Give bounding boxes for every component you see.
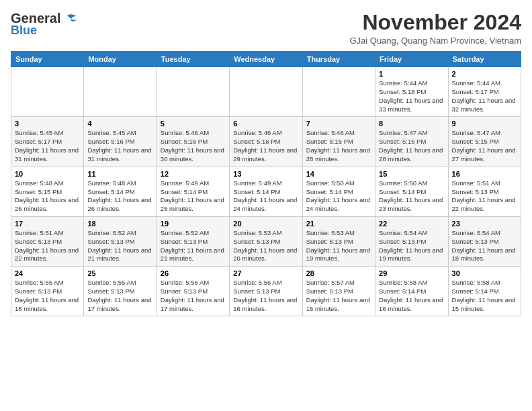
day-info: Sunrise: 5:46 AM Sunset: 5:15 PM Dayligh… <box>306 129 371 163</box>
calendar-cell: 28Sunrise: 5:57 AM Sunset: 5:13 PM Dayli… <box>302 267 375 316</box>
calendar-cell: 8Sunrise: 5:47 AM Sunset: 5:15 PM Daylig… <box>375 117 448 167</box>
calendar-cell: 14Sunrise: 5:50 AM Sunset: 5:14 PM Dayli… <box>302 167 375 216</box>
day-number: 28 <box>306 269 371 277</box>
day-number: 30 <box>452 269 517 277</box>
calendar-cell: 25Sunrise: 5:55 AM Sunset: 5:13 PM Dayli… <box>84 267 157 316</box>
day-number: 8 <box>379 120 444 128</box>
calendar-week-row: 10Sunrise: 5:48 AM Sunset: 5:15 PM Dayli… <box>11 167 521 216</box>
day-info: Sunrise: 5:45 AM Sunset: 5:16 PM Dayligh… <box>87 129 152 163</box>
calendar-cell: 29Sunrise: 5:58 AM Sunset: 5:14 PM Dayli… <box>375 267 448 316</box>
day-number: 15 <box>379 170 444 178</box>
calendar-cell: 4Sunrise: 5:45 AM Sunset: 5:16 PM Daylig… <box>84 117 157 167</box>
day-info: Sunrise: 5:44 AM Sunset: 5:17 PM Dayligh… <box>452 79 517 113</box>
calendar-cell: 22Sunrise: 5:54 AM Sunset: 5:13 PM Dayli… <box>375 216 448 266</box>
weekday-header-tuesday: Tuesday <box>157 52 229 67</box>
weekday-header-monday: Monday <box>84 52 157 67</box>
calendar-cell: 26Sunrise: 5:56 AM Sunset: 5:13 PM Dayli… <box>157 267 229 316</box>
logo-blue: Blue <box>11 24 37 38</box>
calendar-cell <box>157 67 229 117</box>
day-info: Sunrise: 5:56 AM Sunset: 5:13 PM Dayligh… <box>161 279 226 313</box>
day-number: 1 <box>379 70 444 78</box>
weekday-header-saturday: Saturday <box>448 52 521 67</box>
calendar-cell: 30Sunrise: 5:58 AM Sunset: 5:14 PM Dayli… <box>448 267 521 316</box>
day-number: 12 <box>161 170 226 178</box>
calendar-cell: 23Sunrise: 5:54 AM Sunset: 5:13 PM Dayli… <box>448 216 521 266</box>
day-info: Sunrise: 5:58 AM Sunset: 5:14 PM Dayligh… <box>452 279 517 313</box>
day-number: 19 <box>161 220 226 228</box>
day-number: 14 <box>306 170 371 178</box>
day-info: Sunrise: 5:51 AM Sunset: 5:13 PM Dayligh… <box>452 179 517 214</box>
day-info: Sunrise: 5:46 AM Sunset: 5:16 PM Dayligh… <box>233 129 298 163</box>
day-info: Sunrise: 5:49 AM Sunset: 5:14 PM Dayligh… <box>233 179 298 214</box>
calendar-cell <box>84 67 157 117</box>
day-number: 2 <box>452 70 517 78</box>
day-number: 24 <box>15 269 80 277</box>
day-number: 13 <box>233 170 298 178</box>
calendar-cell: 10Sunrise: 5:48 AM Sunset: 5:15 PM Dayli… <box>11 167 84 216</box>
day-number: 22 <box>379 220 444 228</box>
calendar-cell: 19Sunrise: 5:52 AM Sunset: 5:13 PM Dayli… <box>157 216 229 266</box>
day-number: 23 <box>452 220 517 228</box>
day-number: 29 <box>379 269 444 277</box>
calendar-cell: 7Sunrise: 5:46 AM Sunset: 5:15 PM Daylig… <box>302 117 375 167</box>
calendar-week-row: 3Sunrise: 5:45 AM Sunset: 5:17 PM Daylig… <box>11 117 521 167</box>
calendar-cell: 15Sunrise: 5:50 AM Sunset: 5:14 PM Dayli… <box>375 167 448 216</box>
day-number: 10 <box>15 170 80 178</box>
day-info: Sunrise: 5:47 AM Sunset: 5:15 PM Dayligh… <box>452 129 517 163</box>
day-number: 27 <box>233 269 298 277</box>
day-number: 18 <box>87 220 152 228</box>
day-info: Sunrise: 5:54 AM Sunset: 5:13 PM Dayligh… <box>379 229 444 263</box>
day-info: Sunrise: 5:45 AM Sunset: 5:17 PM Dayligh… <box>15 129 80 163</box>
day-number: 16 <box>452 170 517 178</box>
day-info: Sunrise: 5:48 AM Sunset: 5:14 PM Dayligh… <box>87 179 152 214</box>
day-number: 3 <box>15 120 80 128</box>
day-info: Sunrise: 5:50 AM Sunset: 5:14 PM Dayligh… <box>379 179 444 214</box>
day-number: 5 <box>161 120 226 128</box>
day-info: Sunrise: 5:53 AM Sunset: 5:13 PM Dayligh… <box>233 229 298 263</box>
calendar-cell <box>230 67 302 117</box>
calendar-cell: 12Sunrise: 5:49 AM Sunset: 5:14 PM Dayli… <box>157 167 229 216</box>
location: GJai Quang, Quang Nam Province, Vietnam <box>349 36 521 46</box>
calendar-cell: 1Sunrise: 5:44 AM Sunset: 5:18 PM Daylig… <box>375 67 448 117</box>
day-number: 20 <box>233 220 298 228</box>
calendar-cell: 11Sunrise: 5:48 AM Sunset: 5:14 PM Dayli… <box>84 167 157 216</box>
day-number: 21 <box>306 220 371 228</box>
day-number: 7 <box>306 120 371 128</box>
calendar-cell: 3Sunrise: 5:45 AM Sunset: 5:17 PM Daylig… <box>11 117 84 167</box>
logo: General Blue <box>11 11 77 38</box>
day-info: Sunrise: 5:56 AM Sunset: 5:13 PM Dayligh… <box>233 279 298 313</box>
day-info: Sunrise: 5:46 AM Sunset: 5:16 PM Dayligh… <box>161 129 226 163</box>
day-info: Sunrise: 5:58 AM Sunset: 5:14 PM Dayligh… <box>379 279 444 313</box>
day-number: 26 <box>161 269 226 277</box>
title-block: November 2024 GJai Quang, Quang Nam Prov… <box>349 11 521 46</box>
calendar-cell: 16Sunrise: 5:51 AM Sunset: 5:13 PM Dayli… <box>448 167 521 216</box>
calendar-cell: 20Sunrise: 5:53 AM Sunset: 5:13 PM Dayli… <box>230 216 302 266</box>
day-info: Sunrise: 5:48 AM Sunset: 5:15 PM Dayligh… <box>15 179 80 214</box>
day-info: Sunrise: 5:51 AM Sunset: 5:13 PM Dayligh… <box>15 229 80 263</box>
calendar-cell <box>11 67 84 117</box>
month-title: November 2024 <box>349 11 521 34</box>
day-number: 25 <box>87 269 152 277</box>
day-info: Sunrise: 5:49 AM Sunset: 5:14 PM Dayligh… <box>161 179 226 214</box>
day-info: Sunrise: 5:50 AM Sunset: 5:14 PM Dayligh… <box>306 179 371 214</box>
day-number: 4 <box>87 120 152 128</box>
calendar-week-row: 1Sunrise: 5:44 AM Sunset: 5:18 PM Daylig… <box>11 67 521 117</box>
calendar-cell: 24Sunrise: 5:55 AM Sunset: 5:13 PM Dayli… <box>11 267 84 316</box>
day-info: Sunrise: 5:55 AM Sunset: 5:13 PM Dayligh… <box>87 279 152 313</box>
calendar-week-row: 17Sunrise: 5:51 AM Sunset: 5:13 PM Dayli… <box>11 216 521 266</box>
weekday-header-friday: Friday <box>375 52 448 67</box>
day-info: Sunrise: 5:52 AM Sunset: 5:13 PM Dayligh… <box>161 229 226 263</box>
calendar-cell <box>302 67 375 117</box>
calendar-cell: 21Sunrise: 5:53 AM Sunset: 5:13 PM Dayli… <box>302 216 375 266</box>
weekday-header-sunday: Sunday <box>11 52 84 67</box>
calendar-cell: 5Sunrise: 5:46 AM Sunset: 5:16 PM Daylig… <box>157 117 229 167</box>
weekday-header-wednesday: Wednesday <box>230 52 302 67</box>
weekday-header-row: SundayMondayTuesdayWednesdayThursdayFrid… <box>11 52 521 67</box>
calendar-cell: 6Sunrise: 5:46 AM Sunset: 5:16 PM Daylig… <box>230 117 302 167</box>
day-info: Sunrise: 5:57 AM Sunset: 5:13 PM Dayligh… <box>306 279 371 313</box>
day-number: 17 <box>15 220 80 228</box>
day-number: 11 <box>87 170 152 178</box>
day-info: Sunrise: 5:53 AM Sunset: 5:13 PM Dayligh… <box>306 229 371 263</box>
weekday-header-thursday: Thursday <box>302 52 375 67</box>
day-number: 6 <box>233 120 298 128</box>
